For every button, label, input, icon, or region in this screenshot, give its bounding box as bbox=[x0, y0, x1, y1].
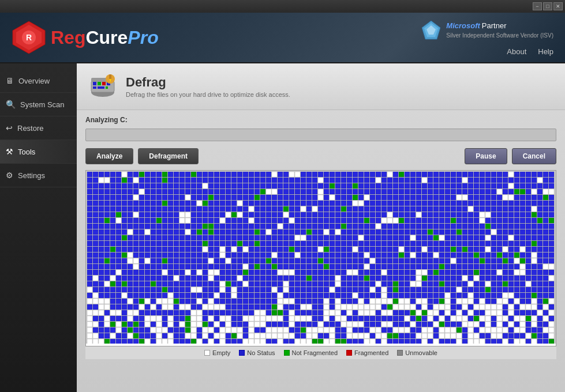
legend-fragmented-label: Fragmented bbox=[354, 349, 388, 356]
sidebar-label-overview: Overview bbox=[18, 77, 50, 85]
page-subtitle: Defrag the files on your hard drive to o… bbox=[126, 91, 290, 98]
svg-rect-11 bbox=[98, 82, 101, 85]
svg-rect-14 bbox=[93, 86, 96, 89]
pause-button[interactable]: Pause bbox=[465, 148, 507, 164]
legend-not-fragmented-box bbox=[284, 350, 290, 356]
svg-rect-12 bbox=[102, 82, 106, 85]
minimize-button[interactable]: − bbox=[533, 2, 542, 10]
svg-rect-10 bbox=[93, 82, 96, 85]
ms-partner-sub: Silver Independent Software Vendor (ISV) bbox=[446, 32, 553, 39]
defragment-button[interactable]: Defragment bbox=[138, 148, 199, 164]
legend-not-fragmented-label: Not Fragmented bbox=[292, 349, 338, 356]
settings-icon: ⚙ bbox=[6, 171, 13, 180]
app-header: R RegCurePro Microsoft Partner Silver In… bbox=[0, 13, 565, 63]
restore-icon: ↩ bbox=[6, 123, 13, 133]
page-title-area: Defrag Defrag the files on your hard dri… bbox=[126, 75, 290, 98]
legend-unmovable-box bbox=[397, 350, 403, 356]
sidebar-item-restore[interactable]: ↩ Restore bbox=[0, 116, 77, 140]
page-title: Defrag bbox=[126, 75, 290, 90]
content-body: Analyzing C: Analyze Defragment Pause Ca… bbox=[77, 110, 565, 392]
ms-partner: Microsoft Partner bbox=[446, 21, 553, 30]
sidebar-label-restore: Restore bbox=[17, 124, 44, 133]
main-layout: 🖥 Overview 🔍 System Scan ↩ Restore ⚒ Too… bbox=[0, 63, 565, 392]
disk-map-container bbox=[85, 170, 556, 346]
legend-empty: Empty bbox=[204, 349, 230, 356]
sidebar: 🖥 Overview 🔍 System Scan ↩ Restore ⚒ Too… bbox=[0, 63, 77, 392]
about-link[interactable]: About bbox=[507, 47, 526, 56]
logo-text: RegCurePro bbox=[51, 27, 159, 48]
help-link[interactable]: Help bbox=[538, 47, 553, 56]
sidebar-label-system-scan: System Scan bbox=[20, 100, 65, 109]
buttons-row: Analyze Defragment Pause Cancel bbox=[85, 148, 556, 164]
legend-fragmented-box bbox=[346, 350, 352, 356]
svg-rect-15 bbox=[98, 86, 104, 89]
legend-empty-label: Empty bbox=[212, 349, 230, 356]
title-bar: − □ ✕ bbox=[0, 0, 565, 13]
logo-area: R RegCurePro bbox=[12, 20, 159, 55]
progress-bar-container bbox=[85, 129, 556, 141]
sidebar-label-settings: Settings bbox=[18, 171, 45, 180]
header-nav: About Help bbox=[507, 47, 553, 56]
legend-fragmented: Fragmented bbox=[346, 349, 388, 356]
header-right: Microsoft Partner Silver Independent Sof… bbox=[421, 20, 553, 56]
sidebar-item-system-scan[interactable]: 🔍 System Scan bbox=[0, 93, 77, 116]
sidebar-label-tools: Tools bbox=[18, 148, 35, 156]
legend-unmovable-label: Unmovable bbox=[405, 349, 437, 356]
logo-icon: R bbox=[12, 20, 46, 55]
sidebar-item-tools[interactable]: ⚒ Tools bbox=[0, 140, 77, 164]
analyzing-label: Analyzing C: bbox=[85, 116, 556, 124]
content-area: Defrag Defrag the files on your hard dri… bbox=[77, 63, 565, 392]
legend-no-status-box bbox=[239, 350, 245, 356]
overview-icon: 🖥 bbox=[6, 76, 14, 85]
legend-empty-box bbox=[204, 350, 210, 356]
disk-map-canvas bbox=[86, 171, 556, 344]
svg-text:R: R bbox=[26, 33, 32, 42]
cancel-button[interactable]: Cancel bbox=[512, 148, 556, 164]
legend-no-status: No Status bbox=[239, 349, 275, 356]
legend-unmovable: Unmovable bbox=[397, 349, 437, 356]
diamond-icon bbox=[421, 20, 441, 40]
legend-no-status-label: No Status bbox=[247, 349, 275, 356]
sidebar-item-overview[interactable]: 🖥 Overview bbox=[0, 69, 77, 93]
legend: Empty No Status Not Fragmented Fragmente… bbox=[85, 346, 556, 359]
legend-not-fragmented: Not Fragmented bbox=[284, 349, 338, 356]
svg-rect-16 bbox=[106, 86, 108, 89]
sidebar-item-settings[interactable]: ⚙ Settings bbox=[0, 164, 77, 187]
tools-icon: ⚒ bbox=[6, 147, 13, 156]
close-button[interactable]: ✕ bbox=[553, 2, 563, 10]
page-header: Defrag Defrag the files on your hard dri… bbox=[77, 63, 565, 110]
defrag-icon bbox=[88, 72, 117, 101]
scan-icon: 🔍 bbox=[6, 100, 16, 109]
restore-button[interactable]: □ bbox=[543, 2, 552, 10]
analyze-button[interactable]: Analyze bbox=[85, 148, 133, 164]
